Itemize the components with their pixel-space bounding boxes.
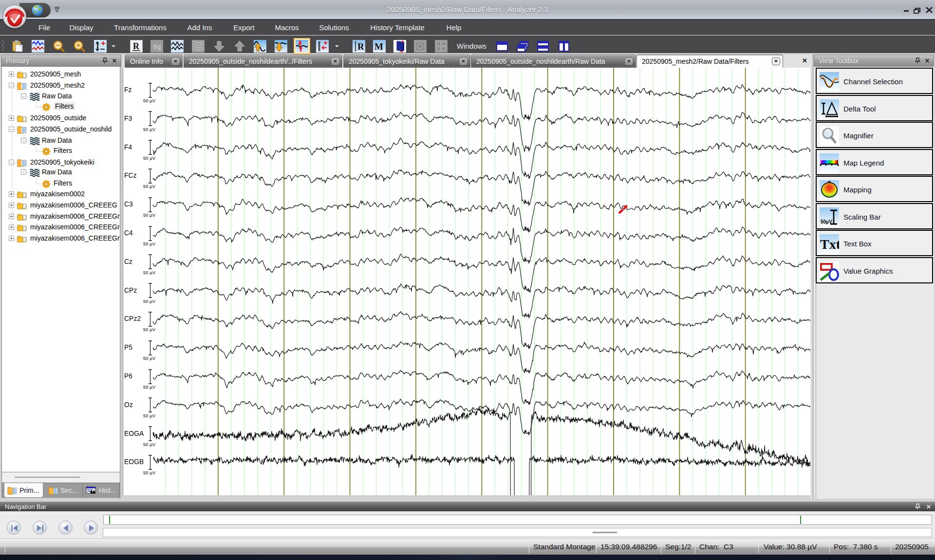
svg-text:Sg: Sg (153, 43, 161, 50)
svg-text:M: M (374, 41, 383, 52)
svg-text:50µV: 50µV (821, 219, 832, 224)
svg-text:Txt: Txt (820, 237, 839, 252)
svg-text:R: R (133, 41, 140, 51)
svg-text:R: R (357, 41, 364, 52)
